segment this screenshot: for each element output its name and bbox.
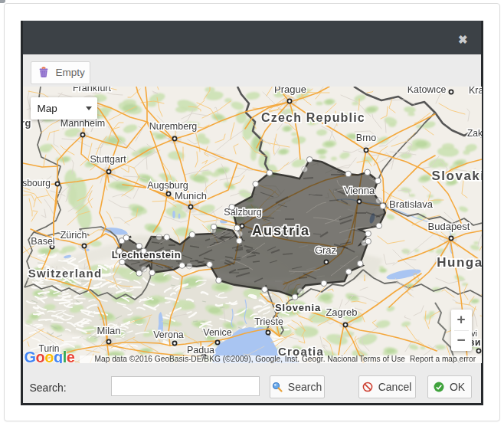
svg-text:Slovakia: Slovakia [431,169,482,183]
svg-text:Basel: Basel [31,236,54,247]
svg-text:Hungary: Hungary [437,255,482,270]
svg-text:Prague: Prague [274,87,306,95]
svg-text:Zagreb: Zagreb [326,306,357,318]
svg-text:Katowice: Katowice [407,87,446,95]
svg-text:Verona: Verona [153,329,184,340]
svg-text:Nuremberg: Nuremberg [149,121,197,132]
svg-text:Graz: Graz [314,244,335,256]
svg-text:Austria: Austria [251,223,309,238]
svg-text:Krakow: Krakow [469,87,482,96]
svg-text:Brno: Brno [355,133,375,143]
svg-text:Munich: Munich [175,190,207,202]
svg-text:Bratislava: Bratislava [389,198,434,210]
svg-text:Czech Republic: Czech Republic [261,111,365,124]
svg-text:Augsburg: Augsburg [147,180,188,191]
svg-text:Slovenia: Slovenia [275,302,321,313]
svg-text:Padua: Padua [186,345,214,356]
svg-text:Zakopane: Zakopane [467,128,482,139]
svg-text:Budapest: Budapest [427,221,470,232]
svg-text:Stuttgart: Stuttgart [90,154,126,165]
svg-text:Mannheim: Mannheim [60,118,104,129]
svg-text:Switzerland: Switzerland [28,267,102,280]
svg-text:Venice: Venice [203,327,232,338]
svg-text:Trieste: Trieste [254,316,283,327]
svg-text:Vienna: Vienna [343,185,375,196]
svg-text:asbourg: asbourg [23,178,51,188]
svg-text:Zürich: Zürich [60,230,87,241]
svg-text:Milan: Milan [97,325,120,336]
svg-text:rg: rg [23,117,31,129]
svg-text:Frankfurt: Frankfurt [72,87,111,93]
